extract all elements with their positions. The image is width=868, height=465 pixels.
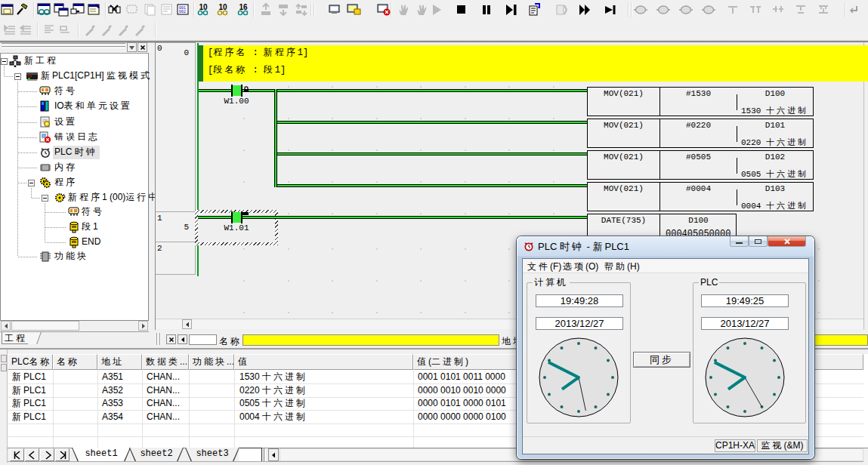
svg-text:10: 10	[218, 3, 227, 11]
svg-text:10: 10	[199, 3, 208, 11]
svg-text:002: 002	[179, 10, 186, 14]
svg-text:16: 16	[239, 3, 248, 11]
